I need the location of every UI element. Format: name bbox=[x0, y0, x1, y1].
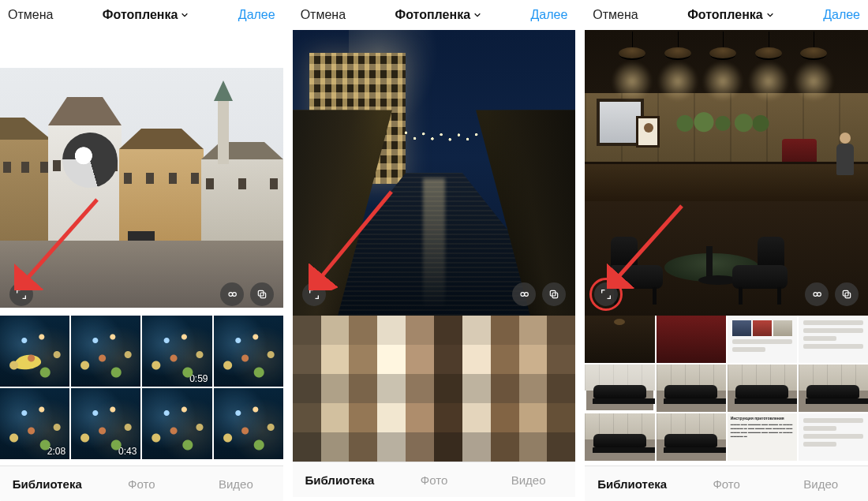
bottom-tabs: Библиотека Фото Видео bbox=[293, 462, 576, 497]
thumbnail[interactable] bbox=[799, 365, 868, 412]
video-duration: 0:59 bbox=[189, 373, 208, 384]
boomerang-button[interactable] bbox=[805, 282, 829, 306]
tab-photo[interactable]: Фото bbox=[95, 466, 189, 501]
source-title: Фотопленка bbox=[687, 8, 763, 22]
thumbnail[interactable]: 0:59 bbox=[142, 316, 211, 387]
bottom-tabs: Библиотека Фото Видео bbox=[0, 465, 283, 501]
boomerang-icon bbox=[226, 288, 238, 301]
thumbnail[interactable] bbox=[728, 316, 797, 363]
tab-library[interactable]: Библиотека bbox=[0, 466, 95, 501]
next-button[interactable]: Далее bbox=[823, 8, 860, 22]
thumbnail[interactable] bbox=[799, 413, 868, 461]
video-duration: 2:08 bbox=[47, 446, 65, 457]
preview-area[interactable] bbox=[0, 30, 283, 316]
cancel-button[interactable]: Отмена bbox=[301, 8, 346, 22]
phone-screen-1: Отмена Фотопленка Далее bbox=[0, 0, 283, 501]
tab-video[interactable]: Видео bbox=[481, 462, 576, 497]
tab-photo[interactable]: Фото bbox=[679, 466, 774, 501]
preview-image bbox=[293, 30, 576, 316]
thumbnail[interactable] bbox=[214, 388, 283, 459]
header: Отмена Фотопленка Далее bbox=[293, 0, 576, 30]
header: Отмена Фотопленка Далее bbox=[585, 0, 868, 30]
header: Отмена Фотопленка Далее bbox=[0, 0, 283, 30]
thumbnail[interactable] bbox=[799, 316, 868, 363]
expand-crop-icon bbox=[15, 288, 28, 301]
thumbnail[interactable]: Инструкция приготовления ▬▬▬ ▬▬ ▬▬▬▬ ▬▬ … bbox=[728, 413, 797, 461]
source-picker[interactable]: Фотопленка bbox=[103, 8, 189, 22]
expand-button[interactable] bbox=[9, 282, 33, 306]
video-duration: 0:43 bbox=[118, 446, 137, 457]
preview-image bbox=[585, 30, 868, 316]
source-title: Фотопленка bbox=[103, 8, 178, 22]
boomerang-button[interactable] bbox=[220, 282, 244, 306]
multi-select-button[interactable] bbox=[250, 282, 274, 306]
thumbnail[interactable]: 0:43 bbox=[71, 388, 140, 459]
expand-button[interactable] bbox=[302, 282, 326, 306]
tab-library[interactable]: Библиотека bbox=[585, 466, 679, 501]
multi-select-icon bbox=[548, 288, 560, 301]
tab-photo[interactable]: Фото bbox=[387, 462, 481, 497]
tab-video[interactable]: Видео bbox=[773, 466, 868, 501]
multi-select-icon bbox=[840, 288, 853, 301]
preview-image bbox=[0, 68, 283, 308]
bottom-tabs: Библиотека Фото Видео bbox=[585, 465, 868, 501]
cancel-button[interactable]: Отмена bbox=[593, 8, 638, 22]
tab-library[interactable]: Библиотека bbox=[293, 462, 387, 497]
thumbnail[interactable] bbox=[0, 316, 69, 387]
chevron-down-icon bbox=[766, 11, 774, 19]
thumbnail[interactable] bbox=[142, 388, 211, 459]
cancel-button[interactable]: Отмена bbox=[8, 8, 53, 22]
expand-crop-icon bbox=[600, 288, 612, 301]
boomerang-icon bbox=[518, 288, 530, 301]
phone-screen-2: Отмена Фотопленка Далее bbox=[293, 0, 576, 501]
thumbnail-grid[interactable]: 0:59 2:08 0:43 bbox=[0, 316, 283, 465]
source-title: Фотопленка bbox=[395, 8, 471, 22]
chevron-down-icon bbox=[473, 11, 481, 19]
multi-select-icon bbox=[256, 288, 268, 301]
preview-area[interactable] bbox=[585, 30, 868, 316]
next-button[interactable]: Далее bbox=[238, 8, 275, 22]
expand-crop-icon bbox=[308, 288, 320, 301]
boomerang-icon bbox=[810, 288, 823, 301]
multi-select-button[interactable] bbox=[835, 282, 859, 306]
chevron-down-icon bbox=[181, 11, 189, 19]
thumbnail[interactable]: 2:08 bbox=[0, 388, 69, 459]
thumbnail[interactable] bbox=[657, 413, 726, 461]
thumbnail[interactable] bbox=[585, 413, 654, 461]
source-picker[interactable]: Фотопленка bbox=[687, 8, 774, 22]
source-picker[interactable]: Фотопленка bbox=[395, 8, 482, 22]
thumbnail[interactable] bbox=[214, 316, 283, 387]
doc-title: Инструкция приготовления bbox=[731, 417, 794, 421]
thumbnail-grid-blurred[interactable] bbox=[293, 316, 576, 462]
phone-screen-3: Отмена Фотопленка Далее bbox=[585, 0, 868, 501]
thumbnail-grid[interactable]: Инструкция приготовления ▬▬▬ ▬▬ ▬▬▬▬ ▬▬ … bbox=[585, 316, 868, 465]
thumbnail[interactable] bbox=[728, 365, 797, 412]
thumbnail[interactable] bbox=[71, 316, 140, 387]
next-button[interactable]: Далее bbox=[530, 8, 567, 22]
thumbnail[interactable] bbox=[585, 316, 654, 363]
preview-area[interactable] bbox=[293, 30, 576, 316]
thumbnail[interactable] bbox=[657, 316, 726, 363]
thumbnail-selected[interactable] bbox=[585, 365, 654, 412]
thumbnail[interactable] bbox=[657, 365, 726, 412]
tab-video[interactable]: Видео bbox=[189, 466, 283, 501]
